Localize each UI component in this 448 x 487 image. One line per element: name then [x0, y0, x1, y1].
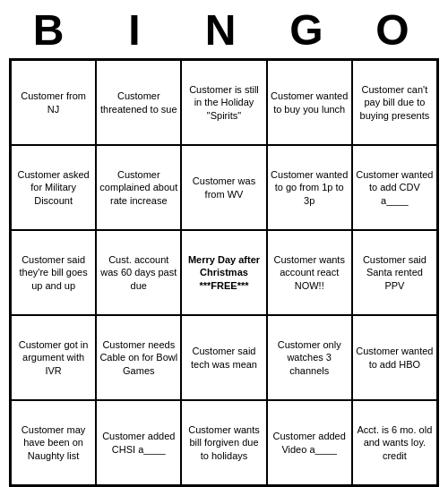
bingo-cell-17: Customer said tech was mean [181, 315, 266, 400]
title-b: B [13, 5, 91, 55]
bingo-cell-24: Acct. is 6 mo. old and wants loy. credit [352, 400, 437, 485]
title-g: G [271, 5, 349, 55]
bingo-cell-7: Customer was from WV [181, 145, 266, 230]
bingo-cell-6: Customer complained about rate increase [96, 145, 181, 230]
bingo-cell-4: Customer can't pay bill due to buying pr… [352, 60, 437, 145]
bingo-cell-2: Customer is still in the Holiday "Spirit… [181, 60, 266, 145]
bingo-cell-12: Merry Day after Christmas ***FREE*** [181, 230, 266, 315]
bingo-cell-0: Customer from NJ [11, 60, 96, 145]
bingo-cell-14: Customer said Santa rented PPV [352, 230, 437, 315]
bingo-cell-8: Customer wanted to go from 1p to 3p [267, 145, 352, 230]
bingo-cell-19: Customer wanted to add HBO [352, 315, 437, 400]
title-n: N [185, 5, 263, 55]
bingo-cell-18: Customer only watches 3 channels [267, 315, 352, 400]
bingo-cell-9: Customer wanted to add CDV a____ [352, 145, 437, 230]
bingo-cell-21: Customer added CHSI a____ [96, 400, 181, 485]
bingo-cell-23: Customer added Video a____ [267, 400, 352, 485]
bingo-cell-11: Cust. account was 60 days past due [96, 230, 181, 315]
title-o: O [357, 5, 435, 55]
bingo-cell-20: Customer may have been on Naughty list [11, 400, 96, 485]
bingo-grid: Customer from NJCustomer threatened to s… [9, 58, 439, 487]
title-i: I [99, 5, 177, 55]
bingo-cell-13: Customer wants account react NOW!! [267, 230, 352, 315]
bingo-cell-16: Customer needs Cable on for Bowl Games [96, 315, 181, 400]
bingo-cell-15: Customer got in argument with IVR [11, 315, 96, 400]
bingo-title: B I N G O [9, 0, 439, 58]
bingo-cell-3: Customer wanted to buy you lunch [267, 60, 352, 145]
bingo-cell-1: Customer threatened to sue [96, 60, 181, 145]
bingo-cell-5: Customer asked for Military Discount [11, 145, 96, 230]
bingo-cell-22: Customer wants bill forgiven due to holi… [181, 400, 266, 485]
bingo-cell-10: Customer said they're bill goes up and u… [11, 230, 96, 315]
